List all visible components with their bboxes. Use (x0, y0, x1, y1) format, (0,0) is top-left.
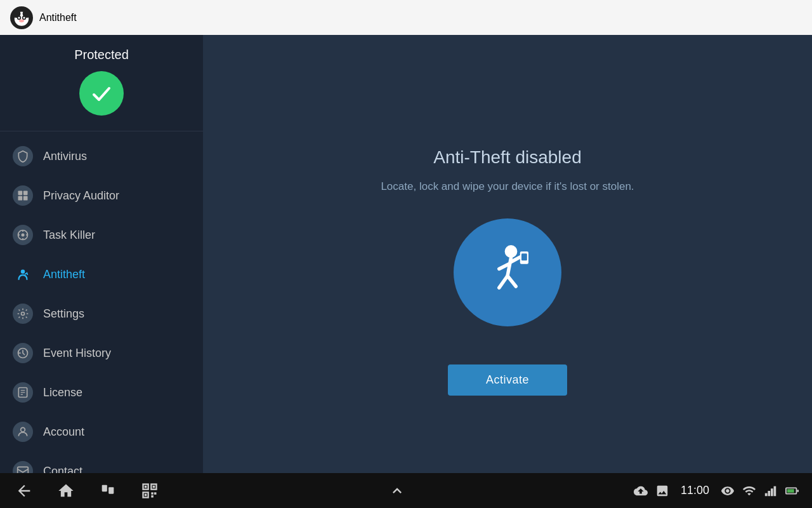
gallery-icon (655, 484, 669, 498)
license-icon (13, 382, 33, 403)
svg-rect-35 (153, 485, 155, 488)
sidebar: Protected Antivirus (0, 35, 203, 508)
activate-button[interactable]: Activate (448, 364, 567, 396)
event-history-icon (13, 343, 33, 363)
protected-label: Protected (74, 48, 129, 62)
clock-display: 11:00 (681, 484, 709, 497)
svg-point-7 (23, 17, 25, 18)
sidebar-item-settings[interactable]: Settings (0, 294, 203, 333)
svg-point-19 (22, 312, 25, 316)
antitheft-illustration (454, 218, 561, 326)
sidebar-item-task-killer[interactable]: Task Killer (0, 215, 203, 255)
svg-point-18 (21, 269, 25, 274)
task-killer-label: Task Killer (43, 229, 95, 242)
privacy-auditor-label: Privacy Auditor (43, 189, 119, 203)
recents-button[interactable] (96, 479, 119, 502)
antivirus-icon (13, 146, 33, 166)
svg-rect-29 (521, 253, 527, 260)
license-label: License (43, 386, 82, 399)
status-indicators: 11:00 (634, 484, 799, 498)
svg-rect-31 (108, 487, 114, 494)
home-button[interactable] (55, 479, 77, 502)
svg-rect-38 (151, 492, 154, 495)
protected-status: Protected (0, 35, 203, 131)
privacy-auditor-icon (13, 185, 33, 206)
svg-rect-39 (151, 495, 154, 498)
settings-label: Settings (43, 307, 84, 321)
svg-point-5 (19, 19, 24, 22)
chevron-up-button[interactable] (386, 479, 409, 502)
status-bar: 11:00 (0, 473, 812, 508)
nav-buttons (13, 479, 161, 502)
antivirus-label: Antivirus (43, 150, 87, 163)
svg-rect-30 (102, 485, 107, 491)
signal-icon (764, 484, 778, 498)
task-killer-icon (13, 225, 33, 245)
svg-rect-40 (154, 492, 157, 495)
upload-icon (634, 484, 648, 498)
svg-point-13 (22, 234, 25, 237)
battery-icon (785, 484, 799, 498)
svg-rect-43 (771, 488, 773, 496)
svg-point-6 (18, 17, 20, 18)
svg-rect-8 (18, 191, 23, 196)
sidebar-item-antitheft[interactable]: Antitheft (0, 255, 203, 294)
wifi-icon (742, 484, 756, 498)
svg-point-27 (505, 245, 518, 258)
content-description: Locate, lock and wipe your device if it'… (381, 180, 634, 193)
content-title: Anti-Theft disabled (433, 147, 581, 168)
app-title: Antitheft (39, 12, 77, 23)
svg-rect-44 (774, 486, 776, 496)
svg-rect-37 (145, 493, 147, 496)
settings-icon (13, 304, 33, 324)
app-logo (10, 6, 33, 29)
svg-rect-41 (765, 493, 768, 496)
svg-rect-9 (23, 191, 28, 196)
back-button[interactable] (13, 479, 36, 502)
nav-list: Antivirus Privacy Auditor (0, 131, 203, 508)
sidebar-item-license[interactable]: License (0, 373, 203, 412)
svg-point-25 (21, 427, 25, 432)
brightness-icon (721, 484, 735, 498)
protected-check-icon (79, 71, 124, 116)
svg-rect-10 (18, 196, 23, 201)
qr-button[interactable] (138, 479, 161, 502)
sidebar-item-antivirus[interactable]: Antivirus (0, 137, 203, 176)
account-icon (13, 422, 33, 442)
svg-rect-11 (23, 196, 28, 201)
sidebar-item-privacy-auditor[interactable]: Privacy Auditor (0, 176, 203, 215)
svg-rect-46 (787, 489, 794, 493)
antitheft-label: Antitheft (43, 268, 85, 281)
svg-rect-33 (145, 485, 147, 488)
content-area: Anti-Theft disabled Locate, lock and wip… (203, 35, 812, 508)
svg-rect-42 (768, 491, 770, 496)
antitheft-icon (13, 264, 33, 284)
sidebar-item-account[interactable]: Account (0, 412, 203, 451)
account-label: Account (43, 425, 84, 439)
event-history-label: Event History (43, 347, 111, 360)
svg-rect-47 (797, 490, 799, 492)
sidebar-item-event-history[interactable]: Event History (0, 333, 203, 373)
